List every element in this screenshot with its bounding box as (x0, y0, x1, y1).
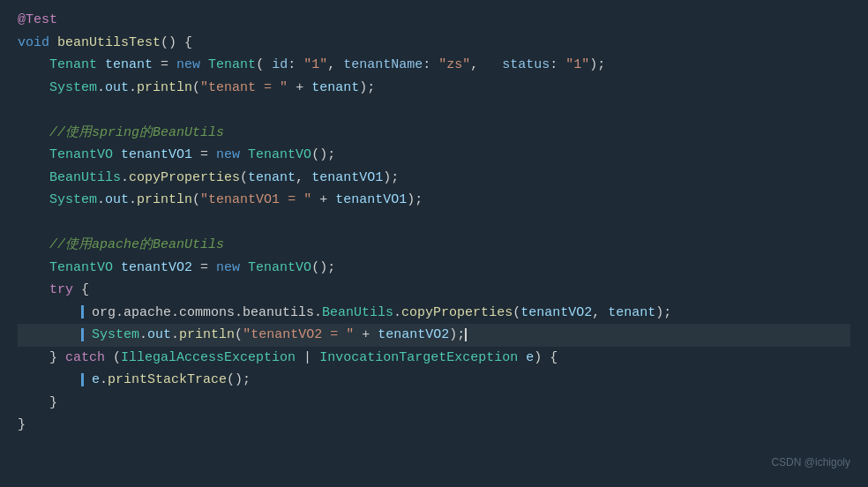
str-5: "tenantVO1 = " (200, 192, 311, 207)
plain-17: ); (359, 80, 375, 95)
indent-17 (18, 372, 81, 387)
param-id: id (272, 57, 288, 72)
plain-9: : (423, 57, 438, 72)
var-tenantvo2: tenantVO2 (121, 260, 192, 275)
var-tenant-3: tenant (248, 170, 296, 185)
plain-50 (518, 350, 526, 365)
plain-31 (113, 260, 121, 275)
var-e: e (526, 350, 534, 365)
class-tenantvo-4: TenantVO (248, 260, 311, 275)
var-tenant-2: tenant (311, 80, 359, 95)
plain-34: (); (311, 260, 335, 275)
var-out-1: out (105, 80, 129, 95)
line-11: //使用apache的BeanUtils (18, 234, 850, 257)
plain-25: ); (383, 170, 399, 185)
cursor-bar (465, 328, 467, 341)
indent-3 (18, 57, 49, 72)
plain-7: : (288, 57, 303, 72)
kw-try: try (49, 282, 73, 297)
indent-9 (18, 192, 49, 207)
plain-55: } (49, 395, 57, 410)
plain-33 (240, 260, 248, 275)
comment-apache: //使用apache的BeanUtils (49, 237, 224, 252)
plain-39: , (592, 305, 608, 320)
plain-14: . (129, 80, 137, 95)
plain-35: { (73, 282, 89, 297)
code-editor: @Test void beanUtilsTest() { Tenant tena… (0, 0, 868, 446)
method-name: beanUtilsTest (57, 35, 161, 50)
class-beanutils-2: BeanUtils (322, 305, 393, 320)
plain-27: . (129, 192, 137, 207)
var-tenantvo2-2: tenantVO2 (520, 305, 592, 320)
plain-21: (); (311, 147, 335, 162)
var-out-3: out (147, 327, 171, 342)
exc-1: IllegalAccessException (121, 350, 296, 365)
line-19: } (18, 414, 850, 437)
line-10 (18, 212, 850, 235)
plain-44: ( (235, 327, 243, 342)
keyword-void: void (18, 35, 49, 50)
annotation-test: @Test (18, 12, 57, 27)
line-7: TenantVO tenantVO1 = new TenantVO(); (18, 144, 850, 167)
plain-46: ); (449, 327, 465, 342)
kw-new-1: new (176, 57, 200, 72)
class-tenant: Tenant (49, 57, 97, 72)
plain-48: ( (105, 350, 121, 365)
indent-4 (18, 80, 49, 95)
plain-1 (49, 35, 57, 50)
plain-24: , (296, 170, 311, 185)
line-4: System.out.println("tenant = " + tenant)… (18, 77, 850, 100)
method-println-3: println (179, 327, 235, 342)
method-copy-2: copyProperties (401, 305, 513, 320)
var-tenant: tenant (105, 57, 153, 72)
str-1: "1" (303, 57, 327, 72)
indent-7 (18, 147, 49, 162)
plain-26: . (97, 192, 105, 207)
plain-3 (97, 57, 105, 72)
indent-6 (18, 125, 49, 140)
plain-47: } (49, 350, 65, 365)
package-path: org.apache.commons.beanutils. (92, 305, 322, 320)
line-12: TenantVO tenantVO2 = new TenantVO(); (18, 257, 850, 280)
indent-13 (18, 282, 49, 297)
kw-new-3: new (216, 260, 240, 275)
plain-10: , (470, 57, 502, 72)
class-system-2: System (49, 192, 97, 207)
class-tenantvo-2: TenantVO (248, 147, 311, 162)
var-tenantvo1-3: tenantVO1 (335, 192, 407, 207)
plain-16: + (288, 80, 311, 95)
param-status: status (502, 57, 550, 72)
param-name: tenantName (343, 57, 423, 72)
method-println-2: println (137, 192, 192, 207)
exc-2: InvocationTargetException (319, 350, 518, 365)
line-17: e.printStackTrace(); (18, 369, 850, 392)
plain-28: ( (192, 192, 200, 207)
plain-13: . (97, 80, 105, 95)
var-out-2: out (105, 192, 129, 207)
plain-41 (84, 327, 92, 342)
plain-49: | (296, 350, 319, 365)
plain-40: ); (655, 305, 671, 320)
line-3: Tenant tenant = new Tenant( id: "1", ten… (18, 54, 850, 77)
var-e-2: e (92, 372, 100, 387)
plain-54: (); (227, 372, 251, 387)
line-14: org.apache.commons.beanutils.BeanUtils.c… (18, 302, 850, 325)
plain-56: } (18, 417, 26, 432)
plain-23: ( (240, 170, 248, 185)
var-tenantvo1: tenantVO1 (121, 147, 192, 162)
indent-12 (18, 260, 49, 275)
kw-catch: catch (65, 350, 105, 365)
var-tenantvo2-3: tenantVO2 (378, 327, 449, 342)
comment-spring: //使用spring的BeanUtils (49, 125, 224, 140)
class-tenantvo-1: TenantVO (49, 147, 113, 162)
line-2: void beanUtilsTest() { (18, 32, 850, 55)
line-8: BeanUtils.copyProperties(tenant, tenantV… (18, 167, 850, 190)
str-4: "tenant = " (200, 80, 288, 95)
plain-52 (84, 372, 92, 387)
method-copy-1: copyProperties (129, 170, 240, 185)
line-18: } (18, 392, 850, 415)
indent-14 (18, 305, 81, 320)
plain-18 (113, 147, 121, 162)
str-3: "1" (565, 57, 589, 72)
plain-38: ( (513, 305, 520, 320)
